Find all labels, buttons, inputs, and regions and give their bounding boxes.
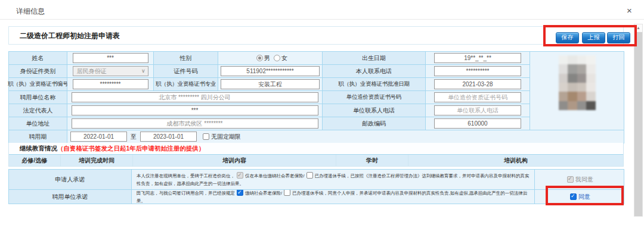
legal-rep-cell <box>67 104 323 117</box>
form-title: 二级造价工程师初始注册申请表 <box>20 27 120 45</box>
no-fixed-term-checkbox[interactable] <box>203 133 209 140</box>
postal-code-cell <box>426 117 530 130</box>
applicant-social-insurance-checkbox[interactable] <box>237 172 243 179</box>
detail-info-dialog: 详细信息 × 二级造价工程师初始注册申请表 保存 上报 打回 姓名 性别 男 女… <box>0 0 644 247</box>
personal-phone-cell <box>426 65 530 78</box>
close-icon[interactable]: × <box>627 6 632 15</box>
applicant-commitment-label: 申请人承诺 <box>9 170 132 190</box>
cert-number-cell <box>67 78 154 91</box>
gender-male-label: 男 <box>264 54 270 62</box>
applicant-commitment-seg1: 本人仅注册在现聘用单位，受聘于工程造价岗位， <box>137 173 235 179</box>
employer-phone-label: 单位联系人电话 <box>323 104 426 117</box>
commitment-table: 申请人承诺 本人仅注册在现聘用单位，受聘于工程造价岗位，仅在本单位缴纳社会养老保… <box>8 169 624 204</box>
gender-cell: 男 女 <box>218 52 323 65</box>
applicant-agree-cell: 我同意 <box>535 170 624 190</box>
postal-code-input[interactable] <box>434 118 521 129</box>
id-number-label: 证件号码 <box>154 65 218 78</box>
cert-major-label: 职（执）业资格证书专业 <box>154 78 218 91</box>
cert-approve-date-cell <box>426 78 530 91</box>
employer-agree-label: 同意 <box>578 193 590 201</box>
employer-cert-cell <box>426 91 530 104</box>
scrollbar-thumb[interactable] <box>634 32 642 216</box>
report-button[interactable]: 上报 <box>582 32 605 43</box>
application-form-table: 姓名 性别 男 女 出生日期 身份证件类别 居民身份证 <box>8 51 624 143</box>
employer-commitment-seg1: 田飞同志，与我公司签订聘用合同，并已经按规定 <box>137 190 235 196</box>
birth-date-input[interactable] <box>434 53 521 63</box>
id-type-label: 身份证件类别 <box>9 65 67 78</box>
id-number-input[interactable] <box>221 66 320 76</box>
employer-address-cell <box>67 117 323 130</box>
education-title: 继续教育情况 <box>20 145 57 152</box>
name-input[interactable] <box>73 53 148 63</box>
employer-cert-label: 单位造价资质证书号码 <box>323 91 426 104</box>
personal-phone-label: 本人联系电话 <box>323 65 426 78</box>
legal-rep-input[interactable] <box>72 105 318 115</box>
save-button[interactable]: 保存 <box>556 32 579 43</box>
col-required-elective: 必修/选修 <box>9 155 61 166</box>
personal-phone-input[interactable] <box>434 66 521 76</box>
employer-cert-input[interactable] <box>434 92 521 102</box>
sendback-button[interactable]: 打回 <box>607 32 630 43</box>
period-separator: 至 <box>131 133 137 141</box>
id-type-select[interactable]: 居民身份证 ∨ <box>73 66 148 76</box>
cert-major-input[interactable] <box>221 79 320 89</box>
name-label: 姓名 <box>9 52 67 65</box>
employment-start-input[interactable] <box>70 132 127 142</box>
education-table-header: 必修/选修 培训完成时间 培训内容 学时 培训机构 <box>9 154 623 166</box>
legal-rep-label: 法定代表人 <box>9 104 67 117</box>
employer-name-cell <box>67 91 323 104</box>
employer-phone-input[interactable] <box>434 105 521 115</box>
name-cell <box>67 52 154 65</box>
cert-number-label: 职（执）业资格证书编号 <box>9 78 67 91</box>
employer-commitment-seg2: 缴纳社会养老保险/ <box>245 190 282 196</box>
applicant-commitment-seg2: 仅在本单位缴纳社会养老保险/ <box>245 173 305 179</box>
col-training-institution: 培训机构 <box>408 155 623 166</box>
employer-commitment-text: 田飞同志，与我公司签订聘用合同，并已经按规定缴纳社会养老保险/已办理退休手续，同… <box>132 190 535 204</box>
photo-cell <box>530 52 624 130</box>
employer-address-input[interactable] <box>72 118 318 129</box>
scrollbar-up-arrow-icon[interactable]: ▲ <box>634 24 642 32</box>
education-note: （自资格证书签发之日起1年后申请初始注册的提供） <box>57 145 205 152</box>
cert-number-input[interactable] <box>73 79 148 89</box>
dropdown-arrow-icon: ∨ <box>141 68 145 74</box>
applicant-commitment-text: 本人仅注册在现聘用单位，受聘于工程造价岗位，仅在本单位缴纳社会养老保险/已办理退… <box>132 170 535 190</box>
gender-female-radio[interactable] <box>274 55 280 61</box>
col-hours: 学时 <box>336 155 408 166</box>
id-type-value: 居民身份证 <box>77 67 107 76</box>
birth-date-label: 出生日期 <box>323 52 426 65</box>
employer-retired-checkbox[interactable] <box>284 190 290 196</box>
employer-address-label: 单位地址 <box>9 117 67 130</box>
employment-end-input[interactable] <box>140 132 197 142</box>
employer-commitment-label: 聘用单位承诺 <box>9 190 132 204</box>
vertical-scrollbar[interactable]: ▲ <box>634 24 643 217</box>
cert-approve-date-label: 职（执）业资格证书批准日期 <box>323 78 426 91</box>
employment-period-label: 聘用期 <box>9 130 67 143</box>
id-number-cell <box>218 65 323 78</box>
employer-agree-checkbox[interactable] <box>570 193 577 200</box>
employer-agree-cell: 同意 <box>535 190 624 204</box>
divider <box>0 19 644 20</box>
no-fixed-term-label: 无固定期限 <box>211 133 241 141</box>
employer-name-input[interactable] <box>72 92 318 102</box>
education-section-header: 继续教育情况（自资格证书签发之日起1年后申请初始注册的提供） <box>9 143 623 154</box>
applicant-agree-checkbox[interactable] <box>567 176 574 183</box>
gender-male-radio[interactable] <box>256 55 263 61</box>
col-training-content: 培训内容 <box>133 155 336 166</box>
employer-phone-cell <box>426 104 530 117</box>
id-type-cell: 居民身份证 ∨ <box>67 65 154 78</box>
gender-label: 性别 <box>154 52 218 65</box>
employer-social-insurance-checkbox[interactable] <box>237 190 243 196</box>
applicant-photo <box>559 55 596 110</box>
page-title: 详细信息 <box>16 7 45 17</box>
gender-female-label: 女 <box>281 54 287 62</box>
form-title-bar: 二级造价工程师初始注册申请表 <box>8 26 624 45</box>
birth-date-cell <box>426 52 530 65</box>
continuing-education-section: 继续教育情况（自资格证书签发之日起1年后申请初始注册的提供） 必修/选修 培训完… <box>8 143 624 167</box>
cert-approve-date-input[interactable] <box>434 79 521 89</box>
col-completion-time: 培训完成时间 <box>61 155 133 166</box>
cert-major-cell <box>218 78 323 91</box>
applicant-agree-label: 我同意 <box>575 176 593 184</box>
employment-period-cell: 至 无固定期限 <box>67 130 624 143</box>
postal-code-label: 邮政编码 <box>323 117 426 130</box>
applicant-retired-checkbox[interactable] <box>306 172 313 179</box>
